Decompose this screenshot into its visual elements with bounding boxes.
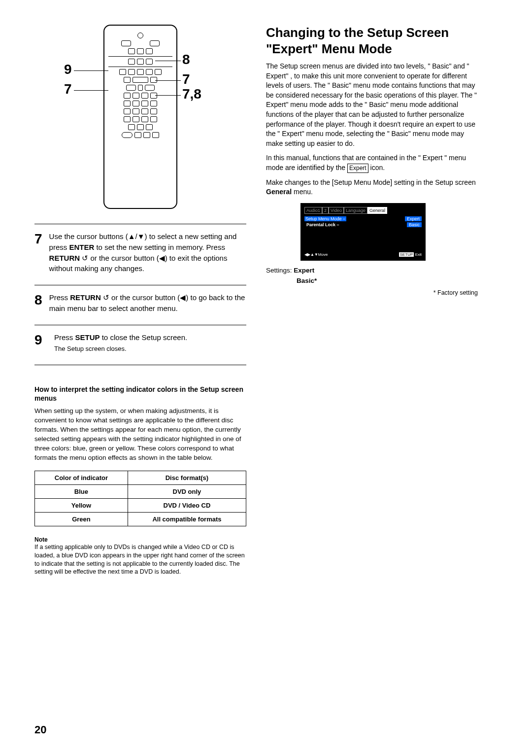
remote-button bbox=[128, 124, 135, 130]
remote-button bbox=[126, 85, 136, 91]
table-cell: Yellow bbox=[35, 498, 128, 512]
step-text: Use the cursor buttons (▲/▼) to select a… bbox=[49, 231, 246, 274]
step-9: 9 Press SETUP to close the Setup screen.… bbox=[34, 328, 246, 360]
table-cell: DVD / Video CD bbox=[128, 498, 246, 512]
osd-tab: Language bbox=[344, 207, 367, 214]
remote-button bbox=[141, 116, 148, 122]
remote-button bbox=[141, 108, 148, 114]
table-header: Color of indicator bbox=[35, 471, 128, 484]
remote-button bbox=[124, 101, 131, 106]
callout-line bbox=[155, 95, 181, 96]
remote-outline bbox=[103, 25, 177, 209]
remote-button bbox=[143, 132, 150, 138]
step-8: 8 Press RETURN ↺ or the cursor button (◀… bbox=[34, 288, 246, 320]
settings-expert: Expert bbox=[294, 267, 314, 274]
section-title: Changing to the Setup Screen "Expert" Me… bbox=[266, 25, 478, 57]
two-column-layout: 9 7 8 7 7,8 7 Use the cursor buttons (▲/… bbox=[34, 25, 498, 576]
right-column: Changing to the Setup Screen "Expert" Me… bbox=[266, 25, 478, 576]
divider bbox=[34, 224, 246, 224]
osd-row: Parental Lock – Basic bbox=[304, 222, 422, 228]
remote-button bbox=[121, 40, 131, 46]
step-text: Press SETUP to close the Setup screen. T… bbox=[54, 332, 187, 354]
remote-button bbox=[134, 132, 141, 138]
remote-button bbox=[137, 69, 144, 75]
remote-button bbox=[124, 108, 131, 114]
remote-button bbox=[133, 77, 148, 83]
osd-exit: SETUP Exit bbox=[399, 252, 422, 257]
step-text: Press RETURN ↺ or the cursor button (◀) … bbox=[49, 292, 246, 314]
osd-content: Audio1 2 Video Language General Setup Me… bbox=[301, 204, 425, 260]
subheading: How to interpret the setting indicator c… bbox=[34, 385, 246, 403]
remote-button bbox=[119, 69, 126, 75]
remote-button bbox=[150, 108, 157, 114]
settings-basic: Basic* bbox=[297, 277, 317, 284]
remote-button bbox=[124, 116, 131, 122]
osd-label: Setup Menu Mode – bbox=[304, 216, 346, 221]
remote-diagram: 9 7 8 7 7,8 bbox=[34, 25, 246, 209]
remote-button bbox=[122, 132, 133, 138]
callout-7-right: 7 bbox=[182, 71, 190, 87]
color-indicator-table: Color of indicator Disc format(s) Blue D… bbox=[34, 471, 246, 526]
remote-button bbox=[150, 116, 157, 122]
expert-icon: Expert bbox=[347, 164, 368, 173]
osd-tab-active: General bbox=[367, 207, 387, 214]
callout-line bbox=[155, 80, 181, 81]
remote-button bbox=[150, 40, 160, 46]
remote-button bbox=[150, 77, 157, 83]
table-row: Blue DVD only bbox=[35, 484, 246, 498]
page-number: 20 bbox=[34, 723, 46, 736]
callout-8: 8 bbox=[182, 52, 190, 68]
osd-label: Parental Lock – bbox=[304, 222, 339, 227]
osd-value: Basic bbox=[407, 222, 422, 227]
remote-button bbox=[133, 101, 139, 106]
remote-button bbox=[138, 85, 143, 91]
remote-button bbox=[128, 59, 135, 65]
step-7: 7 Use the cursor buttons (▲/▼) to select… bbox=[34, 227, 246, 280]
paragraph: Make changes to the [Setup Menu Mode] se… bbox=[266, 178, 478, 197]
table-cell: DVD only bbox=[128, 484, 246, 498]
settings-line: Settings: Expert bbox=[266, 267, 478, 274]
settings-label: Settings: bbox=[266, 267, 292, 274]
divider bbox=[34, 285, 246, 285]
table-cell: All compatible formats bbox=[128, 512, 246, 526]
callout-line bbox=[155, 61, 181, 61]
table-row: Green All compatible formats bbox=[35, 512, 246, 526]
paragraph: The Setup screen menus are divided into … bbox=[266, 62, 478, 148]
remote-button bbox=[128, 69, 135, 75]
step-number: 9 bbox=[34, 332, 47, 354]
remote-button bbox=[133, 108, 139, 114]
remote-button bbox=[141, 93, 148, 99]
remote-button bbox=[124, 77, 131, 83]
remote-button bbox=[146, 124, 153, 130]
remote-button bbox=[128, 48, 135, 54]
left-column: 9 7 8 7 7,8 7 Use the cursor buttons (▲/… bbox=[34, 25, 246, 576]
callout-7-8: 7,8 bbox=[182, 86, 201, 102]
osd-bottom-bar: ◀▶▲▼Move SETUP Exit bbox=[304, 252, 422, 257]
osd-move: ◀▶▲▼Move bbox=[304, 252, 328, 257]
table-row: Yellow DVD / Video CD bbox=[35, 498, 246, 512]
osd-tab: Video bbox=[329, 207, 344, 214]
remote-button bbox=[150, 93, 157, 99]
table-header-row: Color of indicator Disc format(s) bbox=[35, 471, 246, 484]
callout-9: 9 bbox=[64, 62, 72, 77]
divider bbox=[34, 365, 246, 365]
remote-button bbox=[137, 59, 144, 65]
paragraph-text: icon. bbox=[368, 164, 385, 172]
remote-button bbox=[133, 116, 139, 122]
callout-line bbox=[74, 90, 108, 91]
paragraph: In this manual, functions that are conta… bbox=[266, 153, 478, 172]
body-paragraph: When setting up the system, or when maki… bbox=[34, 407, 246, 462]
step-substep: The Setup screen closes. bbox=[54, 344, 187, 354]
callout-7-left: 7 bbox=[64, 81, 72, 97]
settings-line: Basic* bbox=[266, 277, 478, 284]
osd-tab: 2 bbox=[322, 207, 329, 214]
osd-screenshot: Audio1 2 Video Language General Setup Me… bbox=[300, 203, 426, 261]
manual-page: 9 7 8 7 7,8 7 Use the cursor buttons (▲/… bbox=[0, 0, 532, 756]
remote-button bbox=[146, 69, 153, 75]
remote-button bbox=[150, 101, 157, 106]
table-cell: Blue bbox=[35, 484, 128, 498]
note-heading: Note bbox=[34, 536, 246, 543]
step-number: 7 bbox=[34, 231, 42, 274]
remote-button bbox=[146, 59, 153, 65]
divider bbox=[34, 325, 246, 325]
